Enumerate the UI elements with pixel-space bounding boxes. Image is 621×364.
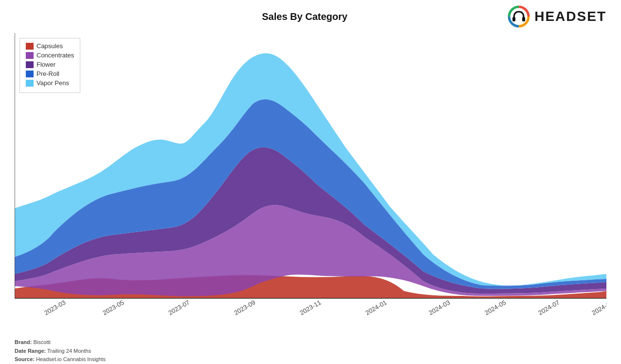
legend-item-concentrates: Concentrates <box>26 52 74 59</box>
vaporpens-color <box>26 80 34 87</box>
legend-label-vaporpens: Vapor Pens <box>37 79 69 87</box>
logo-area: HEADSET <box>507 5 606 28</box>
area-chart-svg: 2023-03 2023-05 2023-07 2023-09 2023-11 … <box>15 33 606 320</box>
capsules-color <box>26 43 34 50</box>
svg-text:2023-07: 2023-07 <box>167 299 191 317</box>
source-value: Headset.io Cannabis Insights <box>36 356 106 362</box>
legend-item-flower: Flower <box>26 61 74 68</box>
svg-rect-2 <box>522 17 525 21</box>
svg-text:2024-07: 2024-07 <box>537 299 561 317</box>
brand-info: Brand: Biscotti <box>15 338 106 347</box>
chart-title: Sales By Category <box>102 11 507 22</box>
legend: Capsules Concentrates Flower Pre-Roll Va… <box>19 38 80 93</box>
source-label: Source: <box>15 356 35 362</box>
legend-label-preroll: Pre-Roll <box>37 70 59 77</box>
legend-label-concentrates: Concentrates <box>37 52 74 59</box>
concentrates-color <box>26 52 34 59</box>
svg-rect-1 <box>512 17 515 21</box>
logo-text: HEADSET <box>534 9 606 24</box>
legend-label-capsules: Capsules <box>37 42 63 50</box>
date-range-value: Trailing 24 Months <box>47 348 91 354</box>
chart-container: Capsules Concentrates Flower Pre-Roll Va… <box>15 33 606 320</box>
svg-text:2024-09: 2024-09 <box>590 299 606 317</box>
date-range-label: Date Range: <box>15 348 46 354</box>
legend-label-flower: Flower <box>37 61 55 68</box>
brand-label: Brand: <box>15 339 32 345</box>
legend-item-preroll: Pre-Roll <box>26 70 74 77</box>
brand-value: Biscotti <box>34 339 51 345</box>
svg-text:2023-05: 2023-05 <box>101 299 125 317</box>
footer-info: Brand: Biscotti Date Range: Trailing 24 … <box>15 338 106 364</box>
source-info: Source: Headset.io Cannabis Insights <box>15 355 106 364</box>
headset-logo-icon <box>507 5 530 28</box>
legend-item-capsules: Capsules <box>26 42 74 50</box>
flower-color <box>26 61 34 68</box>
legend-item-vaporpens: Vapor Pens <box>26 79 74 87</box>
date-range-info: Date Range: Trailing 24 Months <box>15 347 106 356</box>
page-wrapper: Sales By Category HEADSET Cap <box>0 0 621 364</box>
svg-text:2024-01: 2024-01 <box>364 299 388 317</box>
preroll-color <box>26 71 34 77</box>
svg-text:2023-09: 2023-09 <box>233 299 256 317</box>
svg-text:2023-11: 2023-11 <box>298 299 322 317</box>
svg-text:2024-03: 2024-03 <box>427 299 451 317</box>
header: Sales By Category HEADSET <box>0 0 621 28</box>
svg-text:2024-05: 2024-05 <box>483 299 507 317</box>
svg-text:2023-03: 2023-03 <box>43 299 67 317</box>
